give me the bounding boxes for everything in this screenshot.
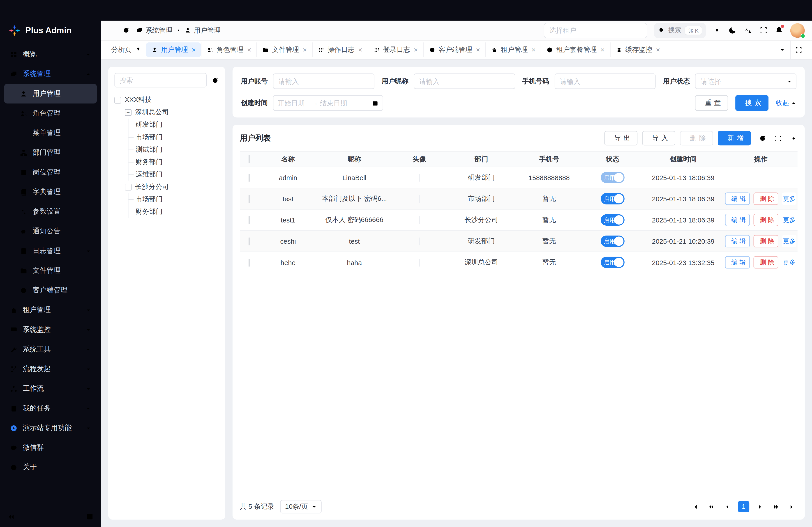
tab-analysis[interactable]: 分析页 — [106, 42, 146, 57]
sidebar-item-tools[interactable]: 系统工具 — [4, 340, 97, 359]
tree-node-dept[interactable]: 财务部门 — [128, 205, 219, 218]
reset-button[interactable]: 重置 — [695, 95, 728, 111]
sidebar-item-dictionary[interactable]: 字典管理 — [4, 182, 97, 202]
sidebar-item-parameters[interactable]: 参数设置 — [4, 202, 97, 221]
global-search[interactable]: 搜索 ⌘ K — [654, 22, 706, 38]
sidebar-item-about[interactable]: 关于 — [4, 457, 97, 477]
close-icon[interactable]: × — [656, 46, 660, 53]
tree-node-dept[interactable]: 运维部门 — [128, 168, 219, 181]
breadcrumb-item-users[interactable]: 用户管理 — [184, 26, 221, 35]
tab-tenant-packages[interactable]: 租户套餐管理 × — [541, 42, 610, 57]
close-icon[interactable]: × — [191, 46, 196, 53]
tree-node-branch[interactable]: − 长沙分公司 — [125, 181, 219, 193]
tab-login-log[interactable]: 登录日志 × — [368, 42, 423, 57]
tab-clients[interactable]: 客户端管理 × — [423, 42, 485, 57]
more-button[interactable]: 更多 — [782, 214, 796, 226]
tab-roles[interactable]: 角色管理 × — [201, 42, 257, 57]
more-button[interactable]: 更多 — [782, 235, 796, 247]
status-select[interactable] — [695, 74, 796, 89]
tab-cache-monitor[interactable]: 缓存监控 × — [610, 42, 665, 57]
gear-icon[interactable] — [712, 26, 721, 35]
sidebar-item-workflow[interactable]: 工作流 — [4, 379, 97, 398]
close-icon[interactable]: × — [600, 46, 605, 53]
sidebar-item-clients[interactable]: 客户端管理 — [4, 281, 97, 300]
sidebar-item-my-tasks[interactable]: 我的任务 — [4, 398, 97, 418]
sidebar-item-monitoring[interactable]: 系统监控 — [4, 320, 97, 340]
sidebar-item-posts[interactable]: 岗位管理 — [4, 163, 97, 182]
tree-node-dept[interactable]: 财务部门 — [128, 156, 219, 168]
tree-collapse-icon[interactable]: − — [125, 183, 131, 190]
tree-collapse-icon[interactable]: − — [125, 109, 131, 116]
status-toggle[interactable]: 启用 — [601, 257, 625, 268]
status-toggle[interactable]: 启用 — [601, 193, 625, 205]
collapse-filters-link[interactable]: 收起 — [776, 98, 796, 107]
export-button[interactable]: 导出 — [604, 131, 637, 146]
status-toggle[interactable]: 启用 — [601, 172, 625, 183]
translate-icon[interactable] — [744, 26, 752, 35]
sidebar-item-demo-features[interactable]: 演示站专用功能 — [4, 418, 97, 438]
sidebar-item-overview[interactable]: 概览 — [4, 44, 97, 64]
jump-forward-button[interactable] — [770, 501, 782, 512]
table-refresh-icon[interactable] — [758, 134, 766, 142]
sidebar-item-departments[interactable]: 部门管理 — [4, 143, 97, 163]
collapse-sidebar-icon[interactable] — [7, 513, 15, 520]
prev-page-button[interactable] — [722, 501, 733, 512]
tree-node-dept[interactable]: 研发部门 — [128, 119, 219, 131]
table-fullscreen-icon[interactable] — [774, 134, 782, 142]
edit-button[interactable]: 编辑 — [725, 235, 750, 247]
page-number-button[interactable]: 1 — [738, 501, 750, 512]
account-input[interactable] — [273, 74, 374, 89]
breadcrumb-item-system[interactable]: 系统管理 — [136, 26, 173, 35]
delete-row-button[interactable]: 删除 — [754, 235, 778, 247]
notifications-button[interactable] — [775, 26, 784, 35]
phone-input[interactable] — [554, 74, 656, 89]
tabs-dropdown-button[interactable] — [774, 40, 790, 59]
fullscreen-icon[interactable] — [759, 26, 768, 35]
page-size-select[interactable]: 10条/页 — [280, 500, 321, 513]
import-button[interactable]: 导入 — [642, 131, 675, 146]
sidebar-item-menus[interactable]: 菜单管理 — [4, 123, 97, 143]
delete-button[interactable]: 删除 — [680, 131, 713, 146]
close-icon[interactable]: × — [532, 46, 536, 53]
delete-row-button[interactable]: 删除 — [754, 214, 778, 226]
row-checkbox[interactable] — [249, 174, 250, 181]
tree-node-dept[interactable]: 市场部门 — [128, 193, 219, 205]
jump-back-button[interactable] — [706, 501, 717, 512]
tree-search-input[interactable] — [114, 73, 207, 88]
first-page-button[interactable] — [690, 501, 701, 512]
select-all-checkbox[interactable] — [249, 155, 250, 163]
start-date-input[interactable] — [278, 99, 310, 107]
hamburger-menu-icon[interactable] — [108, 26, 116, 34]
status-toggle[interactable]: 启用 — [601, 236, 625, 247]
row-checkbox[interactable] — [249, 237, 250, 245]
close-icon[interactable]: × — [414, 46, 418, 53]
sidebar-item-users[interactable]: 用户管理 — [4, 84, 97, 104]
more-button[interactable]: 更多 — [782, 193, 796, 205]
table-settings-icon[interactable] — [790, 134, 797, 142]
tree-node-dept[interactable]: 市场部门 — [128, 131, 219, 144]
search-button[interactable]: 搜索 — [735, 95, 768, 111]
sidebar-item-files[interactable]: 文件管理 — [4, 261, 97, 281]
status-select-input[interactable] — [695, 74, 796, 89]
pin-icon[interactable] — [135, 47, 141, 53]
sidebar-item-wechat-group[interactable]: 微信群 — [4, 438, 97, 457]
sidebar-item-process-start[interactable]: 流程发起 — [4, 359, 97, 379]
nickname-input[interactable] — [414, 74, 515, 89]
last-page-button[interactable] — [786, 501, 798, 512]
sidebar-item-roles[interactable]: 角色管理 — [4, 104, 97, 123]
more-button[interactable]: 更多 — [782, 256, 796, 269]
close-icon[interactable]: × — [476, 46, 480, 53]
tree-refresh-icon[interactable] — [211, 76, 219, 84]
tree-node-dept[interactable]: 测试部门 — [128, 144, 219, 156]
delete-row-button[interactable]: 删除 — [754, 193, 778, 205]
edit-button[interactable]: 编辑 — [725, 256, 750, 269]
edit-button[interactable]: 编辑 — [725, 214, 750, 226]
edit-button[interactable]: 编辑 — [725, 193, 750, 205]
tab-files[interactable]: 文件管理 × — [257, 42, 312, 57]
end-date-input[interactable] — [320, 99, 352, 107]
refresh-page-icon[interactable] — [122, 26, 130, 34]
row-checkbox[interactable] — [249, 258, 250, 266]
close-icon[interactable]: × — [247, 46, 251, 53]
row-checkbox[interactable] — [249, 195, 250, 202]
add-button[interactable]: 新增 — [718, 131, 751, 146]
